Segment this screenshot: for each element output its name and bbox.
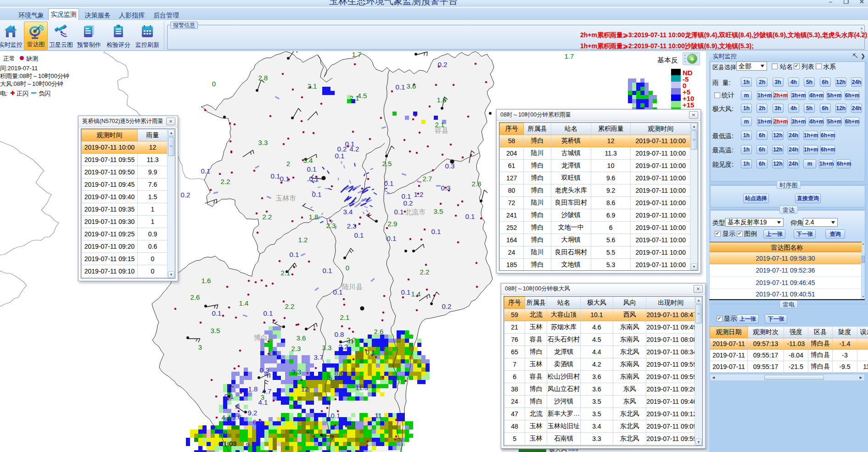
svg-text:2.5: 2.5 — [382, 160, 392, 167]
svg-text:1.7: 1.7 — [565, 52, 574, 60]
svg-text:0.2: 0.2 — [403, 199, 413, 207]
svg-text:0.1: 0.1 — [323, 267, 332, 274]
svg-text:2.1: 2.1 — [281, 269, 291, 277]
svg-text:2.3: 2.3 — [326, 222, 336, 229]
svg-text:0.8: 0.8 — [335, 330, 344, 338]
svg-text:0: 0 — [346, 264, 349, 272]
svg-text:2.8: 2.8 — [472, 180, 482, 188]
svg-text:1.6: 1.6 — [437, 96, 447, 104]
svg-text:1.8: 1.8 — [309, 213, 319, 221]
svg-text:1.8: 1.8 — [248, 385, 258, 393]
svg-text:博白县: 博白县 — [254, 334, 274, 341]
svg-text:2.2: 2.2 — [420, 268, 430, 276]
svg-text:0: 0 — [212, 80, 216, 88]
svg-text:0.1: 0.1 — [394, 208, 404, 216]
svg-text:2.7: 2.7 — [423, 175, 432, 183]
svg-text:0.2: 0.2 — [442, 302, 452, 310]
svg-text:0.1: 0.1 — [431, 228, 441, 235]
svg-text:2.6: 2.6 — [190, 293, 200, 301]
svg-text:1.2: 1.2 — [298, 236, 308, 244]
svg-text:0.1: 0.1 — [396, 83, 405, 91]
svg-text:10: 10 — [220, 430, 228, 437]
svg-text:0.1: 0.1 — [280, 175, 290, 183]
svg-text:3.5: 3.5 — [434, 207, 443, 215]
svg-text:2.1: 2.1 — [340, 313, 350, 321]
svg-text:0.1: 0.1 — [224, 392, 234, 400]
svg-text:4.7: 4.7 — [262, 387, 272, 395]
svg-text:0.1: 0.1 — [384, 179, 394, 187]
svg-text:0.3: 0.3 — [441, 184, 451, 192]
svg-text:2.1: 2.1 — [308, 82, 317, 90]
svg-text:0.3: 0.3 — [260, 366, 269, 374]
svg-text:0.1: 0.1 — [201, 167, 211, 175]
svg-text:0.1: 0.1 — [465, 212, 475, 220]
svg-text:0.1: 0.1 — [331, 412, 341, 419]
svg-text:6.9: 6.9 — [253, 418, 263, 426]
svg-text:0.1: 0.1 — [312, 190, 322, 198]
svg-text:2.8: 2.8 — [258, 74, 268, 82]
svg-text:3.3: 3.3 — [322, 344, 332, 352]
svg-text:2.2: 2.2 — [221, 178, 230, 185]
svg-text:0.1: 0.1 — [307, 165, 317, 173]
svg-text:2.3: 2.3 — [347, 222, 357, 230]
svg-text:4.4: 4.4 — [222, 413, 231, 421]
svg-text:1.4: 1.4 — [239, 299, 249, 307]
svg-text:0.1: 0.1 — [366, 348, 375, 356]
svg-text:1.7: 1.7 — [268, 349, 278, 357]
svg-text:2.9: 2.9 — [388, 220, 398, 228]
svg-text:0.1: 0.1 — [354, 231, 364, 239]
svg-text:2.3: 2.3 — [291, 345, 301, 352]
svg-text:3.6: 3.6 — [297, 334, 306, 342]
svg-text:3.5: 3.5 — [211, 327, 220, 335]
svg-text:陆川县: 陆川县 — [342, 283, 363, 290]
svg-text:0.1: 0.1 — [263, 309, 273, 317]
svg-text:1.4: 1.4 — [411, 290, 421, 298]
svg-text:0.1: 0.1 — [387, 234, 397, 242]
svg-text:9: 9 — [246, 441, 250, 449]
svg-text:0.2: 0.2 — [438, 61, 448, 68]
svg-text:0.1: 0.1 — [333, 288, 343, 296]
svg-text:1.6: 1.6 — [202, 277, 211, 285]
svg-text:0.2: 0.2 — [181, 191, 190, 199]
svg-text:2: 2 — [286, 160, 290, 167]
svg-text:0.1: 0.1 — [335, 152, 345, 160]
svg-text:11: 11 — [375, 412, 382, 419]
svg-text:0.1: 0.1 — [309, 175, 319, 183]
svg-text:2.2: 2.2 — [263, 213, 272, 221]
svg-text:3.4: 3.4 — [303, 156, 313, 164]
svg-text:3: 3 — [198, 343, 202, 351]
svg-text:玉林市: 玉林市 — [275, 194, 296, 202]
svg-text:0.1: 0.1 — [271, 172, 280, 180]
svg-text:2.2: 2.2 — [339, 343, 348, 351]
svg-text:3.7: 3.7 — [314, 353, 324, 361]
svg-text:3.3: 3.3 — [258, 139, 268, 146]
svg-text:11.3: 11.3 — [355, 384, 368, 391]
svg-text:0.3: 0.3 — [445, 162, 455, 170]
svg-text:3.3: 3.3 — [292, 368, 302, 376]
svg-text:北流市: 北流市 — [405, 208, 426, 216]
svg-text:8.6: 8.6 — [335, 369, 344, 377]
svg-text:0.1: 0.1 — [290, 251, 299, 258]
svg-text:2.2: 2.2 — [285, 302, 295, 310]
svg-text:9.2: 9.2 — [248, 409, 258, 417]
svg-text:3.4: 3.4 — [343, 208, 353, 216]
svg-text:容县: 容县 — [435, 126, 448, 134]
svg-text:1.7: 1.7 — [352, 51, 362, 58]
svg-text:4.1: 4.1 — [258, 398, 268, 406]
svg-text:0.2: 0.2 — [337, 145, 347, 153]
svg-text:3.6: 3.6 — [407, 82, 416, 90]
svg-text:2.1: 2.1 — [350, 94, 359, 102]
svg-text:9.6: 9.6 — [232, 413, 242, 421]
svg-text:0.1: 0.1 — [401, 288, 411, 296]
svg-text:1.2: 1.2 — [414, 190, 424, 198]
svg-text:0.1: 0.1 — [212, 309, 222, 317]
svg-text:12: 12 — [301, 385, 309, 393]
svg-text:-11.03: -11.03 — [218, 440, 236, 447]
svg-text:4.2: 4.2 — [350, 145, 359, 153]
svg-text:2.6: 2.6 — [374, 328, 384, 335]
